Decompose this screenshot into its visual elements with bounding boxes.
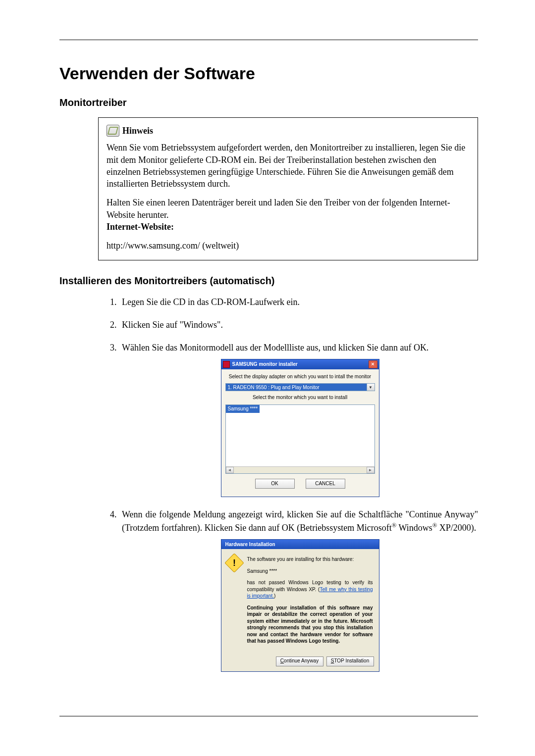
hw-p3b: ) bbox=[274, 593, 275, 599]
stop-installation-button[interactable]: SSTOP InstallationTOP Installation bbox=[326, 656, 374, 666]
installer-title: SAMSUNG monitor installer bbox=[232, 361, 366, 368]
note-header: Hinweis bbox=[107, 125, 470, 137]
registered-mark-2: ® bbox=[432, 522, 437, 529]
scroll-right-icon[interactable]: ► bbox=[367, 467, 374, 473]
warning-icon bbox=[224, 553, 244, 573]
bottom-rule bbox=[59, 716, 478, 716]
note-paragraph-2: Halten Sie einen leeren Datenträger bere… bbox=[107, 197, 470, 233]
hw-p2: Samsung **** bbox=[247, 568, 373, 575]
hardware-install-dialog: Hardware Installation The software you a… bbox=[221, 539, 379, 672]
monitor-label: Select the monitor which you want to ins… bbox=[225, 394, 375, 402]
page-title: Verwenden der Software bbox=[59, 64, 478, 83]
note-box: Hinweis Wenn Sie vom Betriebssystem aufg… bbox=[98, 117, 478, 260]
page-content: Verwenden der Software Monitortreiber Hi… bbox=[59, 40, 478, 716]
chevron-down-icon[interactable]: ▼ bbox=[367, 384, 374, 391]
note-paragraph-1: Wenn Sie vom Betriebssystem aufgefordert… bbox=[107, 142, 470, 190]
step-4-text-c: XP/2000). bbox=[437, 523, 476, 533]
hardware-button-row: CContinue Anywayontinue Anyway SSTOP Ins… bbox=[221, 655, 379, 671]
monitor-list[interactable]: Samsung **** ◄ ► bbox=[225, 404, 375, 474]
step-4: Wenn die folgende Meldung angezeigt wird… bbox=[119, 508, 478, 672]
installer-dialog: SAMSUNG monitor installer × Select the d… bbox=[221, 359, 379, 497]
website-label: Internet-Website: bbox=[107, 222, 174, 232]
registered-mark-1: ® bbox=[392, 522, 397, 529]
list-item[interactable]: Samsung **** bbox=[226, 405, 260, 413]
adapter-selected: 1. RADEON 9550 : Plug and Play Monitor bbox=[226, 384, 367, 391]
horizontal-scrollbar[interactable]: ◄ ► bbox=[226, 466, 374, 473]
step-4-text-b: Windows bbox=[396, 523, 432, 533]
hardware-message: The software you are installing for this… bbox=[247, 556, 373, 650]
section-install-auto: Installieren des Monitortreibers (automa… bbox=[59, 275, 478, 287]
adapter-combo[interactable]: 1. RADEON 9550 : Plug and Play Monitor ▼ bbox=[225, 383, 375, 391]
continue-anyway-button[interactable]: CContinue Anywayontinue Anyway bbox=[276, 656, 323, 666]
installer-titlebar: SAMSUNG monitor installer × bbox=[221, 359, 379, 369]
step-2: Klicken Sie auf "Windows". bbox=[119, 318, 478, 331]
section-monitortreiber: Monitortreiber bbox=[59, 97, 478, 108]
close-icon[interactable]: × bbox=[369, 360, 377, 368]
hw-p3: has not passed Windows Logo testing to v… bbox=[247, 579, 373, 600]
scroll-left-icon[interactable]: ◄ bbox=[226, 467, 234, 473]
figure-installer-dialog: SAMSUNG monitor installer × Select the d… bbox=[122, 359, 478, 497]
ok-button[interactable]: OK bbox=[255, 479, 295, 489]
adapter-label: Select the display adapter on which you … bbox=[225, 373, 375, 381]
step-1: Legen Sie die CD in das CD-ROM-Laufwerk … bbox=[119, 296, 478, 308]
figure-hardware-dialog: Hardware Installation The software you a… bbox=[122, 539, 478, 672]
install-steps: Legen Sie die CD in das CD-ROM-Laufwerk … bbox=[119, 296, 478, 672]
app-icon bbox=[223, 361, 230, 368]
hardware-body: The software you are installing for this… bbox=[221, 549, 379, 655]
installer-button-row: OK CANCEL bbox=[225, 474, 375, 493]
note-icon bbox=[107, 125, 119, 137]
step-3: Wählen Sie das Monitormodell aus der Mod… bbox=[119, 341, 478, 497]
top-rule bbox=[59, 40, 478, 40]
website-url: http://www.samsung.com/ (weltweit) bbox=[107, 241, 239, 251]
hw-p4: Continuing your installation of this sof… bbox=[247, 605, 373, 645]
hw-p1: The software you are installing for this… bbox=[247, 556, 373, 563]
note-p2-text: Halten Sie einen leeren Datenträger bere… bbox=[107, 198, 450, 219]
note-label: Hinweis bbox=[122, 125, 153, 137]
step-3-text: Wählen Sie das Monitormodell aus der Mod… bbox=[122, 343, 428, 353]
hardware-title: Hardware Installation bbox=[221, 540, 379, 549]
cancel-button[interactable]: CANCEL bbox=[306, 479, 345, 489]
installer-body: Select the display adapter on which you … bbox=[221, 369, 379, 497]
